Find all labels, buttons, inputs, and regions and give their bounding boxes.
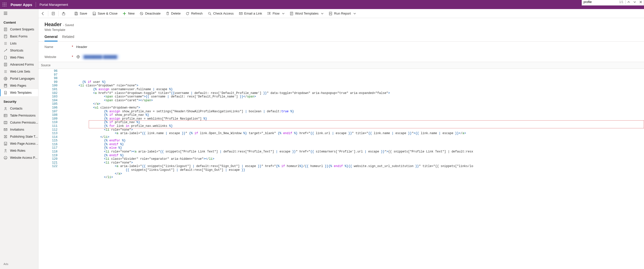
app-area[interactable]: Portal Management	[36, 3, 71, 7]
nav-item-web-page-access-[interactable]: Web Page Access ...	[0, 140, 38, 147]
svg-point-4	[4, 4, 5, 5]
nav-item-web-link-sets[interactable]: Web Link Sets	[0, 68, 38, 75]
nav-item-shortcuts[interactable]: Shortcuts	[0, 47, 38, 54]
nav-item-web-files[interactable]: Web Files	[0, 54, 38, 61]
svg-rect-27	[94, 14, 95, 15]
save-button[interactable]: Save	[72, 9, 90, 18]
website-lookup-pill[interactable]: ████████ ██████	[82, 55, 119, 59]
save-label: Save	[80, 12, 87, 15]
email-link-label: Email a Link	[244, 12, 262, 15]
run-report-button[interactable]: Run Report	[326, 9, 358, 18]
code-editor[interactable]: 9697989910010110210310410510610710810911…	[38, 69, 644, 180]
app-launcher-icon[interactable]	[0, 0, 9, 9]
svg-point-21	[5, 149, 6, 151]
nav-item-label: Publishing State T...	[10, 135, 38, 138]
refresh-button[interactable]: Refresh	[183, 9, 205, 18]
list-icon	[4, 41, 8, 45]
sitemap-nav: Content Content SnippetsBasic FormsLists…	[0, 9, 38, 269]
findbar: 1/1	[582, 0, 644, 6]
hamburger-icon[interactable]	[4, 11, 8, 16]
nav-item-contacts[interactable]: Contacts	[0, 105, 38, 112]
share-button[interactable]	[59, 9, 68, 18]
app-name[interactable]: Power Apps	[9, 3, 36, 7]
field-website-value[interactable]: ████████ ██████	[74, 53, 638, 60]
field-name-value[interactable]: Header	[74, 44, 638, 50]
nav-ads-label: Ads	[0, 259, 38, 269]
fold-column	[38, 69, 51, 180]
nav-item-label: Web Roles	[10, 149, 25, 152]
tableperm-icon	[4, 114, 8, 118]
delete-label: Delete	[171, 12, 181, 15]
flow-button[interactable]: Flow	[264, 9, 287, 18]
nav-item-label: Web Pages	[10, 84, 26, 87]
nav-item-portal-languages[interactable]: Portal Languages	[0, 75, 38, 82]
word-templates-button[interactable]: Word Templates	[287, 9, 326, 18]
nav-item-lists[interactable]: Lists	[0, 40, 38, 47]
new-label: New	[128, 12, 134, 15]
nav-item-table-permissions[interactable]: Table Permissions	[0, 112, 38, 119]
save-close-button[interactable]: Save & Close	[90, 9, 120, 18]
new-button[interactable]: New	[120, 9, 137, 18]
findbar-input[interactable]	[582, 0, 617, 5]
nav-item-web-templates[interactable]: Web Templates	[0, 89, 38, 96]
nav-item-publishing-state-t-[interactable]: Publishing State T...	[0, 133, 38, 140]
nav-item-label: Advanced Forms	[10, 63, 34, 66]
open-record-set-button[interactable]	[49, 9, 58, 18]
nav-item-web-roles[interactable]: Web Roles	[0, 147, 38, 154]
svg-point-20	[5, 144, 6, 145]
tab-general[interactable]: General	[44, 35, 58, 41]
nav-item-label: Column Permissio...	[10, 121, 38, 124]
deactivate-label: Deactivate	[145, 12, 160, 15]
nav-item-label: Web Page Access ...	[10, 142, 38, 145]
record-entity: Web Template	[44, 28, 638, 32]
email-link-button[interactable]: Email a Link	[236, 9, 265, 18]
page-icon	[4, 84, 8, 88]
record-state: - Saved	[63, 23, 74, 27]
findbar-prev-icon[interactable]	[626, 0, 632, 6]
command-bar: Save Save & Close New Deactivate Delete …	[38, 9, 644, 18]
nav-item-advanced-forms[interactable]: Advanced Forms	[0, 61, 38, 68]
required-icon: *	[71, 55, 74, 59]
nav-item-label: Portal Languages	[10, 77, 35, 80]
nav-item-label: Basic Forms	[10, 35, 27, 38]
back-button[interactable]	[38, 9, 48, 18]
svg-rect-14	[5, 85, 6, 85]
nav-item-column-permissio-[interactable]: Column Permissio...	[0, 119, 38, 126]
tab-related[interactable]: Related	[62, 35, 74, 41]
findbar-close-icon[interactable]	[638, 0, 644, 6]
word-templates-label: Word Templates	[295, 12, 318, 15]
pageaccess-icon	[4, 142, 8, 146]
check-access-button[interactable]: Check Access	[205, 9, 236, 18]
invite-icon	[4, 128, 8, 132]
nav-item-web-pages[interactable]: Web Pages	[0, 82, 38, 89]
record-header: Header- Saved Web Template	[38, 18, 644, 33]
shortcut-icon	[4, 48, 8, 52]
nav-item-basic-forms[interactable]: Basic Forms	[0, 33, 38, 40]
main-area: Save Save & Close New Deactivate Delete …	[38, 9, 644, 269]
snippet-icon	[4, 27, 8, 31]
svg-point-1	[4, 3, 5, 4]
flow-label: Flow	[272, 12, 279, 15]
nav-group-content: Content	[0, 18, 38, 26]
svg-point-8	[6, 6, 7, 7]
findbar-next-icon[interactable]	[632, 0, 638, 6]
svg-point-2	[6, 3, 7, 4]
svg-rect-25	[75, 14, 77, 15]
nav-item-label: Website Access P...	[10, 156, 37, 159]
chevron-down-icon	[321, 12, 324, 15]
svg-point-5	[6, 4, 7, 5]
deactivate-button[interactable]: Deactivate	[137, 9, 163, 18]
file-icon	[4, 56, 8, 60]
nav-item-invitations[interactable]: Invitations	[0, 126, 38, 133]
delete-button[interactable]: Delete	[163, 9, 183, 18]
svg-rect-16	[4, 114, 7, 117]
nav-item-website-access-p-[interactable]: Website Access P...	[0, 154, 38, 161]
svg-rect-26	[76, 12, 77, 13]
nav-item-label: Table Permissions	[10, 114, 35, 117]
app-bar: Power Apps Portal Management 1/1	[0, 0, 644, 9]
code-body[interactable]: {% if user %} <li class="dropdown" role=…	[60, 69, 644, 180]
nav-item-content-snippets[interactable]: Content Snippets	[0, 26, 38, 33]
field-website-label: Website	[44, 55, 56, 59]
colperm-icon	[4, 121, 8, 125]
field-name-row: Name* Header	[38, 42, 644, 52]
